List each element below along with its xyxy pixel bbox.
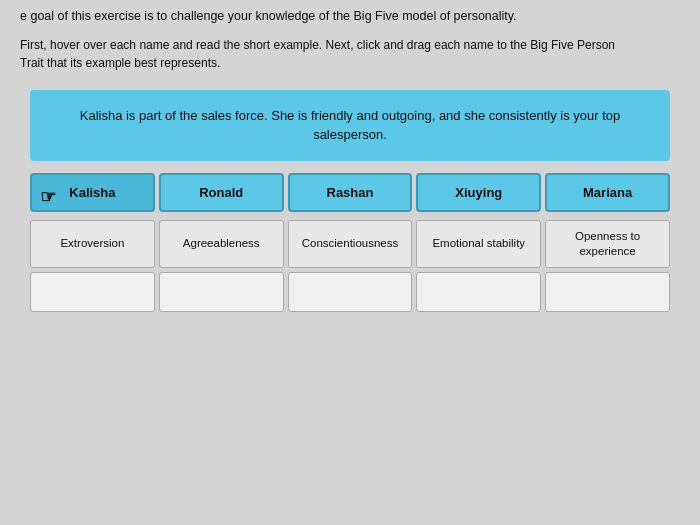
drop-zones-row bbox=[0, 272, 700, 312]
info-box: Kalisha is part of the sales force. She … bbox=[30, 90, 670, 161]
trait-extroversion: Extroversion bbox=[30, 220, 155, 268]
trait-label-agreeableness: Agreeableness bbox=[183, 236, 260, 251]
trait-emotional-stability: Emotional stability bbox=[416, 220, 541, 268]
name-label-xiuying: Xiuying bbox=[455, 185, 502, 200]
instruction-line2: Trait that its example best represents. bbox=[20, 56, 220, 70]
cursor-icon: ☞ bbox=[40, 186, 56, 208]
name-btn-kalisha[interactable]: Kalisha ☞ bbox=[30, 173, 155, 212]
trait-conscientiousness: Conscientiousness bbox=[288, 220, 413, 268]
name-label-rashan: Rashan bbox=[327, 185, 374, 200]
traits-row: Extroversion Agreeableness Conscientious… bbox=[0, 220, 700, 268]
header-text: e goal of this exercise is to challenge … bbox=[0, 0, 700, 30]
drop-zone-conscientiousness[interactable] bbox=[288, 272, 413, 312]
trait-label-emotional-stability: Emotional stability bbox=[432, 236, 525, 251]
trait-label-conscientiousness: Conscientiousness bbox=[302, 236, 399, 251]
trait-agreeableness: Agreeableness bbox=[159, 220, 284, 268]
name-label-mariana: Mariana bbox=[583, 185, 632, 200]
drop-zone-agreeableness[interactable] bbox=[159, 272, 284, 312]
name-btn-ronald[interactable]: Ronald bbox=[159, 173, 284, 212]
name-label-ronald: Ronald bbox=[199, 185, 243, 200]
top-description: e goal of this exercise is to challenge … bbox=[20, 9, 517, 23]
trait-label-extroversion: Extroversion bbox=[60, 236, 124, 251]
instruction-line1: First, hover over each name and read the… bbox=[20, 38, 615, 52]
trait-openness: Openness to experience bbox=[545, 220, 670, 268]
drop-zone-emotional-stability[interactable] bbox=[416, 272, 541, 312]
name-btn-xiuying[interactable]: Xiuying bbox=[416, 173, 541, 212]
instruction-text: First, hover over each name and read the… bbox=[0, 30, 700, 82]
name-btn-mariana[interactable]: Mariana bbox=[545, 173, 670, 212]
trait-label-openness: Openness to experience bbox=[550, 229, 665, 259]
drop-zone-openness[interactable] bbox=[545, 272, 670, 312]
page-wrapper: e goal of this exercise is to challenge … bbox=[0, 0, 700, 525]
info-box-text: Kalisha is part of the sales force. She … bbox=[80, 108, 621, 143]
name-label-kalisha: Kalisha bbox=[69, 185, 115, 200]
names-row: Kalisha ☞ Ronald Rashan Xiuying Mariana bbox=[0, 173, 700, 212]
drop-zone-extroversion[interactable] bbox=[30, 272, 155, 312]
name-btn-rashan[interactable]: Rashan bbox=[288, 173, 413, 212]
